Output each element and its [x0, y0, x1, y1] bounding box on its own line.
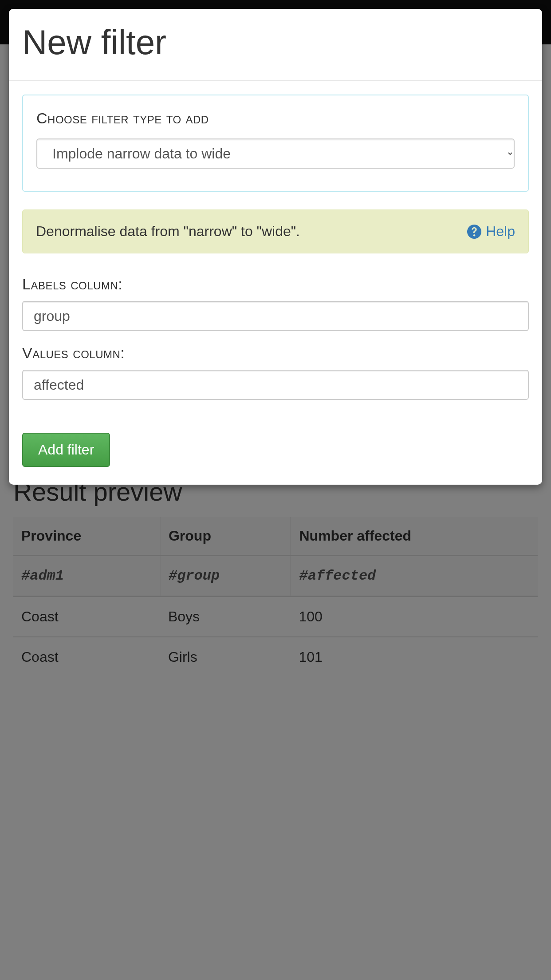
choose-filter-panel: Choose filter type to add Implode narrow…: [22, 95, 529, 192]
add-filter-button[interactable]: Add filter: [22, 433, 110, 467]
labels-column-group: Labels column:: [22, 276, 529, 331]
modal-body: Choose filter type to add Implode narrow…: [9, 81, 542, 485]
labels-column-label: Labels column:: [22, 276, 529, 293]
values-column-label: Values column:: [22, 344, 529, 362]
values-column-input[interactable]: [22, 370, 529, 400]
values-column-group: Values column:: [22, 344, 529, 400]
filter-type-select[interactable]: Implode narrow data to wide: [36, 138, 515, 169]
labels-column-input[interactable]: [22, 301, 529, 331]
choose-filter-label: Choose filter type to add: [36, 110, 515, 127]
filter-description-alert: Denormalise data from "narrow" to "wide"…: [22, 209, 529, 253]
help-link[interactable]: Help: [467, 223, 515, 240]
modal-header: New filter: [9, 9, 542, 81]
modal-title: New filter: [22, 22, 529, 63]
filter-description-text: Denormalise data from "narrow" to "wide"…: [36, 223, 300, 240]
new-filter-modal: New filter Choose filter type to add Imp…: [9, 9, 542, 485]
help-icon: [467, 225, 481, 239]
help-link-label: Help: [486, 223, 515, 240]
